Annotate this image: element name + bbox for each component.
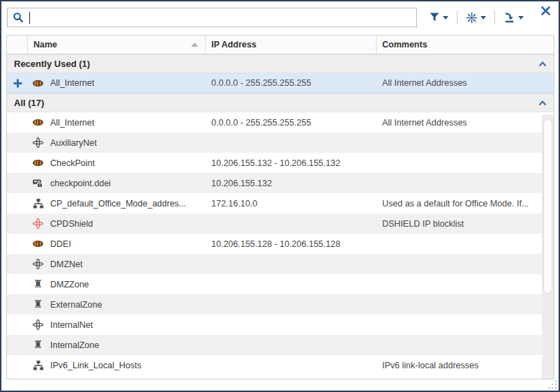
object-comment: IPv6 link-local addresses [377,361,554,370]
name-column-header[interactable]: Name [28,36,206,54]
group-header-recently-used[interactable]: Recently Used (1) [7,54,554,73]
object-name: CheckPoint [50,158,95,168]
table-row[interactable]: ♜DMZZone [7,274,554,294]
object-comment: All Internet Addresses [377,78,554,88]
object-comment: DSHIELD IP blocklist [377,219,554,229]
table-row[interactable]: InternalNet [7,315,554,335]
network-icon [32,137,44,149]
filter-button[interactable] [427,10,450,26]
zone-icon: ♜ [32,339,44,351]
collapse-chevron-icon[interactable] [538,100,547,106]
toolbar-separator [494,10,495,24]
address-range-icon [32,77,44,89]
object-ip: 10.206.155.128 - 10.206.155.128 [206,239,377,249]
add-object-button[interactable] [7,79,28,88]
table-row[interactable]: IPv6_Link_Local_HostsIPv6 link-local add… [7,355,554,375]
new-object-button[interactable] [464,10,487,26]
table-row[interactable]: CP_default_Office_Mode_addres...172.16.1… [7,193,554,213]
object-ip: 10.206.155.132 - 10.206.155.132 [206,158,377,168]
group-header-all[interactable]: All (17) [7,93,554,112]
export-button[interactable] [502,10,525,26]
toolbar-separator [457,10,457,24]
group-label: Recently Used (1) [14,59,538,69]
table-row[interactable]: All_Internet 0.0.0.0 - 255.255.255.255 A… [7,73,554,93]
search-input[interactable] [34,13,412,23]
object-name: ExternalZone [50,300,102,310]
object-ip: 0.0.0.0 - 255.255.255.255 [206,78,377,88]
object-name: CPDShield [50,219,93,229]
group-label: All (17) [14,98,538,108]
new-object-dropdown-caret[interactable] [480,16,486,20]
object-ip: 10.206.155.132 [206,179,377,188]
search-box[interactable] [7,8,417,27]
object-name: All_Internet [50,78,94,88]
close-icon[interactable] [540,6,552,17]
object-name: CP_default_Office_Mode_addres... [50,199,186,209]
address-range-icon [32,157,44,169]
object-name: checkpoint.ddei [50,179,111,188]
collapse-chevron-icon[interactable] [538,61,547,67]
address-range-icon [32,116,44,128]
object-name: AuxiliaryNet [50,138,97,148]
ip-column-label: IP Address [211,40,257,50]
table-row[interactable]: AuxiliaryNet [7,133,554,153]
search-toolbar [1,1,559,33]
objects-table: Name IP Address Comments Recently Used (… [6,35,554,379]
all-rows-container: All_Internet0.0.0.0 - 255.255.255.255All… [7,112,554,375]
resize-grip[interactable] [548,380,557,389]
network-icon [32,258,44,270]
ip-column-header[interactable]: IP Address [206,36,377,54]
table-row[interactable]: CheckPoint10.206.155.132 - 10.206.155.13… [7,153,554,173]
export-icon [504,12,515,24]
zone-icon: ♜ [32,278,44,290]
table-row[interactable]: All_Internet0.0.0.0 - 255.255.255.255All… [7,112,554,133]
gateway-icon [32,177,44,189]
filter-dropdown-caret[interactable] [443,16,448,20]
group-icon [32,359,44,371]
new-object-star-icon [466,12,478,24]
sort-ascending-icon[interactable] [191,43,198,47]
comments-column-header[interactable]: Comments [377,36,554,54]
group-icon [32,197,44,209]
network-icon-red [32,218,44,229]
table-row[interactable]: ♜ExternalZone [7,294,554,315]
comments-column-label: Comments [382,40,427,50]
object-comment: All Internet Addresses [377,118,554,128]
object-ip: 172.16.10.0 [206,199,377,209]
table-row[interactable]: DMZNet [7,254,554,274]
object-comment: Used as a default for Office Mode. If... [377,199,554,209]
network-icon [32,319,44,331]
scrollbar-thumb[interactable] [543,119,552,294]
table-row[interactable]: DDEI10.206.155.128 - 10.206.155.128 [7,234,554,254]
vertical-scrollbar[interactable] [542,114,554,379]
search-icon [12,12,24,24]
object-name: InternalZone [50,340,99,350]
name-column-label: Name [33,40,57,50]
table-header: Name IP Address Comments [7,36,554,54]
address-range-icon [32,238,44,250]
zone-icon: ♜ [32,299,44,310]
filter-icon [428,12,440,24]
table-row[interactable]: ♜InternalZone [7,335,554,355]
object-name: All_Internet [50,118,94,128]
object-name: DMZNet [50,259,83,269]
table-row[interactable]: checkpoint.ddei10.206.155.132 [7,173,554,193]
object-picker-dialog: Name IP Address Comments Recently Used (… [0,0,560,392]
toolbar-buttons [427,10,525,26]
object-ip: 0.0.0.0 - 255.255.255.255 [206,118,377,128]
object-name: IPv6_Link_Local_Hosts [50,361,142,370]
text-cursor [29,12,30,24]
table-row[interactable]: CPDShieldDSHIELD IP blocklist [7,213,554,234]
plus-icon [13,79,22,88]
object-name: InternalNet [50,320,93,330]
object-name: DDEI [50,239,71,249]
export-dropdown-caret[interactable] [518,16,524,20]
object-name: DMZZone [50,280,89,289]
add-column-header[interactable] [7,36,28,54]
